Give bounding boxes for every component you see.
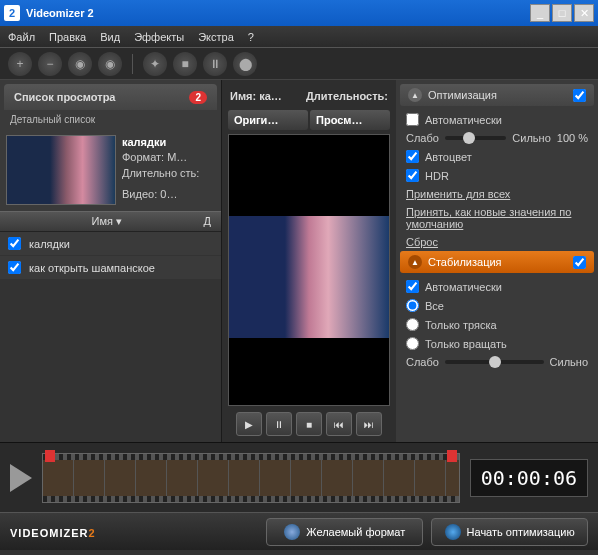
watchlist-subtitle: Детальный список [0, 110, 221, 129]
step-back-button[interactable]: ⏮ [326, 412, 352, 436]
maximize-button[interactable]: □ [552, 4, 572, 22]
list-header: Имя ▾ Д [0, 211, 221, 232]
video-preview[interactable] [228, 134, 390, 406]
preview-frame [229, 216, 389, 338]
watchlist-title: Список просмотра [14, 91, 115, 103]
settings-panel: ▲ Оптимизация Автоматически Слабо Сильно… [396, 80, 598, 442]
in-marker[interactable] [45, 450, 55, 462]
tab-original[interactable]: Ориги… [228, 110, 308, 130]
apply-all-link[interactable]: Применить для всех [400, 185, 594, 203]
optimize-button[interactable]: Начать оптимизацию [431, 518, 588, 546]
strength-slider[interactable] [445, 136, 506, 140]
toolbar: + − ◉ ◉ ✦ ■ ⏸ ⬤ [0, 48, 598, 80]
strong-label: Сильно [512, 132, 550, 144]
titlebar: 2 Videomizer 2 _ □ ✕ [0, 0, 598, 26]
list-item[interactable]: калядки [0, 232, 221, 256]
format-button[interactable]: Желаемый формат [266, 518, 423, 546]
tool-add-icon[interactable]: + [8, 52, 32, 76]
timeline-play-button[interactable] [10, 464, 32, 492]
minimize-button[interactable]: _ [530, 4, 550, 22]
stab-slider[interactable] [445, 360, 544, 364]
list-item-name: калядки [29, 238, 70, 250]
close-button[interactable]: ✕ [574, 4, 594, 22]
strength-pct: 100 % [557, 132, 588, 144]
thumb-video-label: Видео: [122, 188, 157, 200]
collapse-icon[interactable]: ▲ [408, 255, 422, 269]
stab-all-label: Все [425, 300, 444, 312]
format-button-label: Желаемый формат [306, 526, 405, 538]
weak-label: Слабо [406, 132, 439, 144]
stabilization-title: Стабилизация [428, 256, 502, 268]
menu-help[interactable]: ? [248, 31, 254, 43]
tool-disc2-icon[interactable]: ◉ [98, 52, 122, 76]
list-item[interactable]: как открыть шампанское [0, 256, 221, 280]
optimization-title: Оптимизация [428, 89, 497, 101]
out-marker[interactable] [447, 450, 457, 462]
hdr-checkbox[interactable] [406, 169, 419, 182]
play-button[interactable]: ▶ [236, 412, 262, 436]
accept-defaults-link[interactable]: Принять, как новые значения по умолчанию [400, 203, 594, 233]
tool-pause-icon[interactable]: ⏸ [203, 52, 227, 76]
thumb-format-value: M… [167, 151, 187, 163]
thumb-duration-label: Длительно сть: [122, 166, 199, 181]
thumb-format-label: Формат: [122, 151, 164, 163]
thumb-video-value: 0… [160, 188, 177, 200]
timecode: 00:00:06 [470, 459, 588, 497]
stabilization-toggle[interactable] [573, 256, 586, 269]
tool-stop-icon[interactable]: ■ [173, 52, 197, 76]
menubar: Файл Правка Вид Эффекты Экстра ? [0, 26, 598, 48]
stab-all-radio[interactable] [406, 299, 419, 312]
filmstrip[interactable] [42, 453, 460, 503]
auto-checkbox[interactable] [406, 113, 419, 126]
optimization-toggle[interactable] [573, 89, 586, 102]
stab-auto-checkbox[interactable] [406, 280, 419, 293]
logo: VIDEOMIZER2 [10, 524, 96, 540]
auto-label: Автоматически [425, 114, 502, 126]
optimize-button-label: Начать оптимизацию [467, 526, 575, 538]
menu-extra[interactable]: Экстра [198, 31, 234, 43]
preview-header: Имя: ка… Длительность: [228, 86, 390, 106]
preview-name-label: Имя: ка… [230, 90, 306, 102]
col-name[interactable]: Имя ▾ [10, 215, 204, 228]
stab-rotate-radio[interactable] [406, 337, 419, 350]
playback-controls: ▶ ⏸ ■ ⏮ ⏭ [228, 412, 390, 436]
collapse-icon[interactable]: ▲ [408, 88, 422, 102]
thumb-name: калядки [122, 135, 199, 150]
slider-knob[interactable] [489, 356, 501, 368]
stab-shake-radio[interactable] [406, 318, 419, 331]
toolbar-divider [132, 54, 133, 74]
tool-camera-icon[interactable]: ⬤ [233, 52, 257, 76]
step-fwd-button[interactable]: ⏭ [356, 412, 382, 436]
list-checkbox[interactable] [8, 261, 21, 274]
tool-effect-icon[interactable]: ✦ [143, 52, 167, 76]
autocolor-label: Автоцвет [425, 151, 472, 163]
app-icon: 2 [4, 5, 20, 21]
stop-button[interactable]: ■ [296, 412, 322, 436]
pause-button[interactable]: ⏸ [266, 412, 292, 436]
menu-edit[interactable]: Правка [49, 31, 86, 43]
slider-knob[interactable] [463, 132, 475, 144]
watchlist-count-badge: 2 [189, 91, 207, 104]
stab-strong-label: Сильно [550, 356, 588, 368]
tool-remove-icon[interactable]: − [38, 52, 62, 76]
tool-disc-icon[interactable]: ◉ [68, 52, 92, 76]
list-item-name: как открыть шампанское [29, 262, 155, 274]
preview-panel: Имя: ка… Длительность: Ориги… Просм… ▶ ⏸… [222, 80, 396, 442]
optimization-header[interactable]: ▲ Оптимизация [400, 84, 594, 106]
autocolor-checkbox[interactable] [406, 150, 419, 163]
footer: VIDEOMIZER2 Желаемый формат Начать оптим… [0, 512, 598, 550]
menu-view[interactable]: Вид [100, 31, 120, 43]
menu-file[interactable]: Файл [8, 31, 35, 43]
col-duration[interactable]: Д [204, 215, 211, 228]
menu-effects[interactable]: Эффекты [134, 31, 184, 43]
list-checkbox[interactable] [8, 237, 21, 250]
thumbnail-info: калядки Формат: M… Длительно сть: Видео:… [122, 135, 199, 205]
reset-link[interactable]: Сброс [400, 233, 594, 251]
stabilization-header[interactable]: ▲ Стабилизация [400, 251, 594, 273]
video-thumbnail[interactable] [6, 135, 116, 205]
hdr-label: HDR [425, 170, 449, 182]
tab-preview[interactable]: Просм… [310, 110, 390, 130]
stab-shake-label: Только тряска [425, 319, 497, 331]
list-empty-area [0, 280, 221, 442]
watchlist-header: Список просмотра 2 [4, 84, 217, 110]
